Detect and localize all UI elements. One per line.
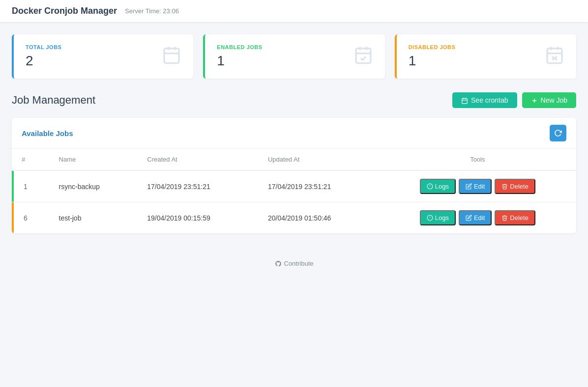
col-number: # [12,149,49,170]
row-number: 1 [12,170,49,202]
delete-label: Delete [510,183,529,190]
table-card-header: Available Jobs [12,118,576,149]
delete-button[interactable]: Delete [495,179,535,194]
enabled-jobs-icon [353,45,373,68]
col-created-at: Created At [137,149,258,170]
total-jobs-value: 2 [26,53,61,69]
svg-rect-0 [164,49,179,63]
row-name: rsync-backup [49,170,138,202]
disabled-jobs-value: 1 [409,53,456,69]
enabled-jobs-label: ENABLED JOBS [217,44,262,50]
edit-icon [466,183,472,190]
edit-label: Edit [474,214,485,221]
stat-card-disabled-jobs: DISABLED JOBS 1 [395,34,576,79]
refresh-button[interactable] [550,125,566,141]
delete-icon [501,183,508,190]
jobs-tbody: 1 rsync-backup 17/04/2019 23:51:21 17/04… [12,170,576,233]
col-tools: Tools [379,149,576,170]
row-tools: Logs Edit Delete [379,202,576,234]
section-title: Job Management [12,94,95,107]
stat-card-total-jobs: TOTAL JOBS 2 [12,34,193,79]
app-title: Docker Cronjob Manager [12,6,117,16]
enabled-jobs-value: 1 [217,53,262,69]
row-updated-at: 17/04/2019 23:51:21 [258,170,379,202]
section-actions: See crontab New Job [452,92,576,108]
new-job-button[interactable]: New Job [522,92,576,108]
contribute-link[interactable]: Contribute [275,260,314,267]
jobs-table-card: Available Jobs # Name Created At Updated… [12,118,576,233]
server-time: Server Time: 23:06 [125,7,179,15]
see-crontab-button[interactable]: See crontab [452,92,517,108]
jobs-table: # Name Created At Updated At Tools 1 rsy… [12,149,576,233]
row-accent [12,171,14,202]
col-updated-at: Updated At [258,149,379,170]
section-header: Job Management See crontab [12,92,576,108]
logs-label: Logs [435,214,449,221]
total-jobs-icon [162,45,181,68]
logs-icon [427,215,433,221]
disabled-jobs-label: DISABLED JOBS [409,44,456,50]
row-name: test-job [49,202,138,234]
logs-button[interactable]: Logs [420,179,456,194]
row-updated-at: 20/04/2019 01:50:46 [258,202,379,234]
see-crontab-label: See crontab [471,96,508,104]
stat-card-enabled-jobs: ENABLED JOBS 1 [203,34,384,79]
table-header: # Name Created At Updated At Tools [12,149,576,170]
logs-icon [427,183,433,190]
edit-button[interactable]: Edit [459,210,492,225]
contribute-label: Contribute [284,260,314,267]
logs-button[interactable]: Logs [420,210,456,225]
tools-group: Logs Edit Delete [389,179,566,194]
disabled-jobs-icon [545,45,564,68]
footer: Contribute [0,245,588,283]
main-content: TOTAL JOBS 2 ENABLED JOBS 1 [0,23,588,245]
row-number: 6 [12,202,49,234]
delete-button[interactable]: Delete [495,210,535,225]
svg-rect-4 [356,49,371,63]
svg-rect-14 [462,99,468,104]
delete-icon [501,215,508,221]
app-header: Docker Cronjob Manager Server Time: 23:0… [0,0,588,23]
table-row: 6 test-job 19/04/2019 00:15:59 20/04/201… [12,202,576,234]
edit-icon [466,215,472,221]
delete-label: Delete [510,214,529,221]
edit-button[interactable]: Edit [459,179,492,194]
new-job-label: New Job [541,96,567,104]
tools-group: Logs Edit Delete [389,210,566,225]
logs-label: Logs [435,183,449,190]
row-tools: Logs Edit Delete [379,170,576,202]
table-row: 1 rsync-backup 17/04/2019 23:51:21 17/04… [12,170,576,202]
edit-label: Edit [474,183,485,190]
svg-rect-8 [547,49,562,63]
col-name: Name [49,149,138,170]
crontab-icon [461,96,468,104]
row-created-at: 17/04/2019 23:51:21 [137,170,258,202]
plus-icon [531,96,538,104]
stats-row: TOTAL JOBS 2 ENABLED JOBS 1 [12,34,576,79]
total-jobs-label: TOTAL JOBS [26,44,61,50]
table-card-title: Available Jobs [22,129,73,138]
row-accent [12,202,14,233]
row-created-at: 19/04/2019 00:15:59 [137,202,258,234]
